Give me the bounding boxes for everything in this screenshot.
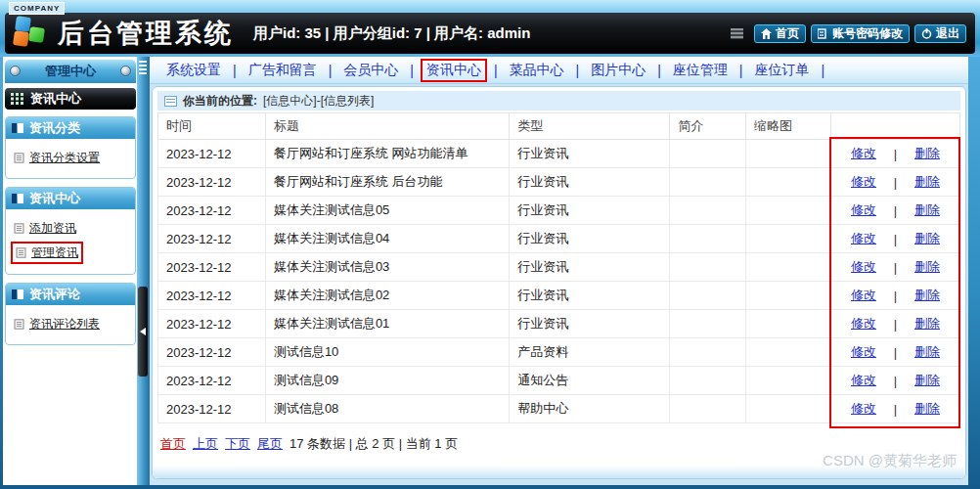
cell-title: 测试信息10: [265, 338, 509, 367]
page-last-link[interactable]: 尾页: [257, 435, 283, 453]
page-first-link[interactable]: 首页: [160, 435, 186, 453]
column-header: 简介: [670, 113, 746, 140]
action-links: 修改|删除: [839, 258, 952, 276]
edit-link[interactable]: 修改: [851, 230, 876, 247]
cell-time: 2023-12-12: [158, 338, 266, 367]
edit-link[interactable]: 修改: [851, 315, 876, 333]
cell-type: 行业资讯: [510, 225, 670, 253]
cell-intro: [670, 197, 746, 225]
cell-type: 产品资料: [510, 338, 670, 367]
cell-actions: 修改|删除: [830, 395, 959, 423]
table-row: 2023-12-12餐厅网站和订座系统 后台功能行业资讯修改|删除: [158, 168, 960, 197]
sidebar-item[interactable]: 资讯评论列表: [11, 314, 103, 334]
nav-item[interactable]: 菜品中心: [505, 60, 569, 81]
cell-actions: 修改|删除: [830, 253, 959, 282]
edit-link[interactable]: 修改: [851, 343, 876, 361]
cell-title: 媒体关注测试信息02: [265, 282, 509, 310]
nav-separator: |: [739, 63, 743, 78]
delete-link[interactable]: 删除: [914, 315, 940, 333]
sidebar-group: 资讯分类资讯分类设置: [5, 116, 136, 179]
cell-title: 媒体关注测试信息04: [265, 225, 509, 253]
edit-link[interactable]: 修改: [851, 173, 876, 191]
edit-link[interactable]: 修改: [851, 145, 876, 162]
splitter-grip-icon: [139, 61, 147, 75]
breadcrumb-path: [信息中心]-[信息列表]: [263, 93, 374, 110]
nav-item[interactable]: 广告和留言: [244, 60, 322, 81]
action-separator: |: [894, 402, 897, 417]
page-next-link[interactable]: 下页: [225, 435, 250, 453]
cell-time: 2023-12-12: [158, 282, 266, 310]
sidebar-active-module[interactable]: 资讯中心: [5, 88, 136, 110]
cell-actions: 修改|删除: [830, 225, 959, 253]
cell-thumb: [746, 282, 831, 310]
delete-link[interactable]: 删除: [914, 173, 940, 191]
delete-link[interactable]: 删除: [914, 230, 940, 247]
logo-cube-orange-icon: [13, 30, 29, 47]
edit-link[interactable]: 修改: [851, 400, 876, 418]
edit-link[interactable]: 修改: [851, 258, 876, 276]
cell-type: 行业资讯: [510, 168, 670, 197]
delete-link[interactable]: 删除: [914, 287, 940, 304]
column-header: 类型: [510, 113, 670, 140]
sidebar-group-header[interactable]: 资讯中心: [6, 188, 135, 209]
nav-item[interactable]: 系统设置: [161, 60, 226, 81]
splitter-collapse-handle[interactable]: [138, 287, 148, 377]
edit-link[interactable]: 修改: [851, 201, 876, 219]
sidebar-panel-title: 管理中心: [5, 60, 136, 83]
section-icon: [12, 194, 23, 203]
pin-icon: [10, 66, 21, 76]
cell-intro: [670, 168, 746, 197]
header-button-1[interactable]: 账号密码修改: [811, 24, 910, 43]
nav-item[interactable]: 会员中心: [338, 60, 403, 81]
cell-time: 2023-12-12: [158, 253, 266, 282]
page-prev-link[interactable]: 上页: [193, 435, 218, 453]
delete-link[interactable]: 删除: [914, 145, 940, 162]
sidebar-group-items: 资讯评论列表: [6, 305, 135, 344]
home-icon: [761, 28, 772, 39]
cell-title: 餐厅网站和订座系统 后台功能: [265, 168, 509, 197]
sidebar-groups: 资讯分类资讯分类设置资讯中心添加资讯管理资讯资讯评论资讯评论列表: [5, 116, 136, 345]
header-button-2[interactable]: 退出: [914, 24, 966, 43]
sidebar-active-module-label: 资讯中心: [30, 90, 81, 108]
splitter[interactable]: [137, 57, 150, 485]
delete-link[interactable]: 删除: [914, 201, 940, 219]
cell-title: 媒体关注测试信息05: [265, 197, 509, 225]
cell-time: 2023-12-12: [158, 140, 266, 168]
cell-type: 行业资讯: [510, 310, 670, 338]
delete-link[interactable]: 删除: [914, 372, 940, 389]
nav-item[interactable]: 座位订单: [749, 60, 814, 81]
delete-link[interactable]: 删除: [914, 343, 940, 361]
cell-type: 行业资讯: [510, 197, 670, 225]
sidebar-item[interactable]: 添加资讯: [11, 218, 79, 239]
edit-link[interactable]: 修改: [851, 287, 876, 304]
cell-time: 2023-12-12: [158, 310, 266, 338]
section-icon: [12, 289, 23, 299]
delete-link[interactable]: 删除: [914, 258, 940, 276]
sidebar-item-label: 管理资讯: [31, 244, 78, 261]
sidebar-group-header[interactable]: 资讯分类: [6, 117, 135, 139]
cell-time: 2023-12-12: [158, 225, 266, 253]
cell-actions: 修改|删除: [830, 367, 959, 395]
app-title: 后台管理系统: [58, 16, 234, 51]
sidebar-item[interactable]: 资讯分类设置: [11, 148, 103, 168]
sidebar-item-active[interactable]: 管理资讯: [11, 242, 83, 264]
cell-intro: [670, 140, 746, 168]
nav-item-active[interactable]: 资讯中心: [421, 59, 487, 82]
table-row: 2023-12-12媒体关注测试信息01行业资讯修改|删除: [158, 310, 960, 338]
top-nav: 系统设置|广告和留言|会员中心|资讯中心|菜品中心|图片中心|座位管理|座位订单…: [150, 57, 968, 84]
table-row: 2023-12-12媒体关注测试信息04行业资讯修改|删除: [158, 225, 960, 253]
nav-item[interactable]: 图片中心: [586, 60, 650, 81]
sidebar-group-header[interactable]: 资讯评论: [6, 284, 135, 305]
cell-actions: 修改|删除: [830, 197, 959, 225]
nav-item[interactable]: 座位管理: [668, 60, 733, 81]
header-button-0[interactable]: 首页: [754, 24, 806, 43]
column-header: [830, 113, 959, 140]
logo-cube-green-icon: [28, 26, 45, 43]
delete-link[interactable]: 删除: [914, 400, 940, 418]
table-row: 2023-12-12测试信息09通知公告修改|删除: [158, 367, 960, 395]
cell-actions: 修改|删除: [830, 140, 959, 168]
edit-link[interactable]: 修改: [851, 372, 876, 389]
header: COMPANY 后台管理系统 用户id: 35 | 用户分组id: 7 | 用户…: [0, 0, 980, 57]
main-area: 系统设置|广告和留言|会员中心|资讯中心|菜品中心|图片中心|座位管理|座位订单…: [150, 57, 968, 485]
sidebar-group-title: 资讯分类: [29, 119, 80, 137]
